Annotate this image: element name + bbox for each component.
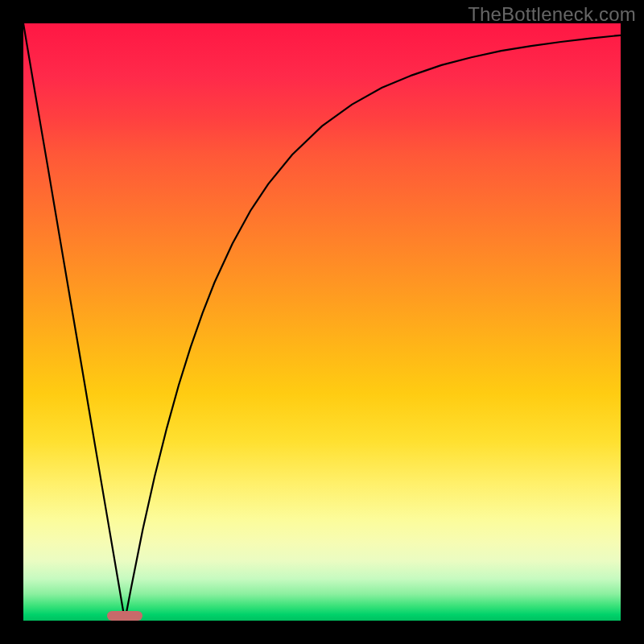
watermark-text: TheBottleneck.com: [468, 3, 636, 26]
bottleneck-curve: [23, 23, 621, 621]
optimal-marker: [107, 611, 143, 621]
curve-line: [23, 23, 621, 621]
plot-area: [23, 23, 621, 621]
chart-frame: TheBottleneck.com: [0, 0, 644, 644]
